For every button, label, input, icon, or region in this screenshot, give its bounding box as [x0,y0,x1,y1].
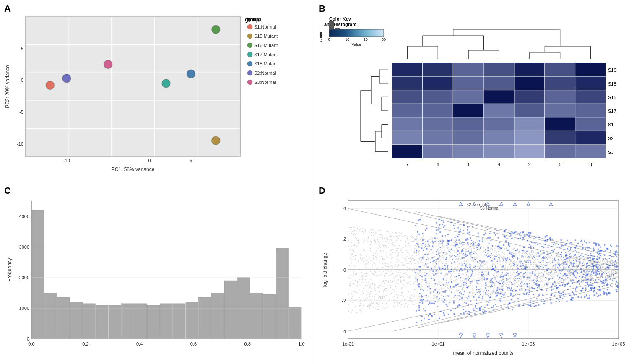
panel-d: D [314,182,629,364]
pca-container: group [4,13,310,177]
pca-legend: group [245,17,310,24]
panel-a: A group [0,0,314,182]
pca-legend-title: group [245,17,310,23]
panel-c: C [0,182,314,364]
heatmap-canvas [317,13,627,179]
hist-canvas [6,195,308,358]
pca-canvas [4,13,310,177]
hist-container [6,195,308,358]
heatmap-container [317,13,627,179]
panel-b: B [314,0,629,182]
ma-container [321,195,625,360]
ma-canvas [321,195,625,360]
